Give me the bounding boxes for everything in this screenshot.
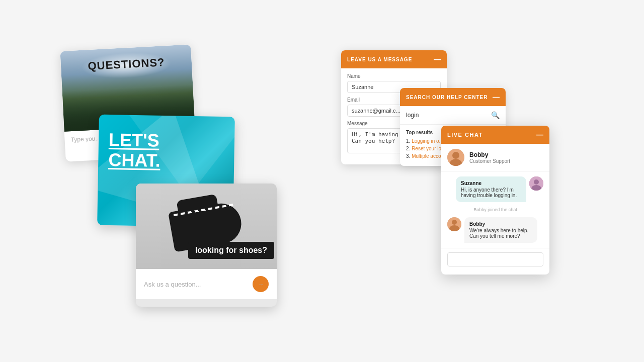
user-avatar [529,176,543,191]
card-shoes: looking for shoes? Ask us a question... … [136,184,277,307]
agent-role: Customer Support [469,158,510,164]
widget-search-minimize[interactable]: — [493,93,500,101]
search-input[interactable] [406,112,488,119]
chat-messages: Suzanne Hi, is anyone there? I'm having … [441,171,549,248]
live-chat-header: LIVE CHAT — [441,126,549,144]
live-chat-input[interactable] [447,252,543,266]
svg-point-4 [534,179,539,185]
live-chat-minimize[interactable]: — [536,131,543,139]
shoes-input-area[interactable]: Ask us a question... → [136,269,277,299]
result-text-1: Logging in o... [412,138,443,144]
widget-search-title: SEARCH OUR HELP CENTER [406,95,488,100]
agent-info: Bobby Customer Support [441,144,549,171]
agent-msg-avatar-svg [447,217,461,231]
chat-line1: LET'S [109,129,159,151]
system-message-text: Bobby joined the chat [473,207,517,212]
looking-label: looking for shoes? [188,242,274,259]
user-avatar-svg [529,176,543,191]
agent-avatar-svg [447,149,464,166]
svg-point-1 [452,152,459,159]
system-message: Bobby joined the chat [447,207,543,212]
result-num-2: 2. [406,146,412,151]
user-name: Suzanne [461,180,521,186]
bottom-spacer [441,270,549,275]
widget-message-title: LEAVE US A MESSAGE [347,57,412,62]
widget-message-header: LEAVE US A MESSAGE — [341,50,447,68]
widget-search-header: SEARCH OUR HELP CENTER — [400,88,506,106]
result-num-3: 3. [406,153,412,159]
agent-message-avatar [447,217,461,231]
lets-chat-text: LET'S CHAT. [108,130,161,170]
result-text-3: Multiple acco... [412,153,445,159]
send-button[interactable]: → [253,276,269,292]
live-chat-input-area[interactable] [441,248,549,270]
user-message-text: Hi, is anyone there? I'm having trouble … [461,187,517,198]
search-icon: 🔍 [491,111,500,119]
questions-input-placeholder: Type you... [70,135,100,143]
widget-message-minimize[interactable]: — [434,55,441,63]
agent-message-text: We're always here to help. Can you tell … [469,228,528,239]
search-input-row[interactable]: 🔍 [400,106,506,125]
live-chat-title: LIVE CHAT [447,132,483,138]
agent-name: Bobby [469,151,510,158]
agent-details: Bobby Customer Support [469,151,510,164]
name-label: Name [347,73,441,79]
widget-live-chat: LIVE CHAT — Bobby Customer Support Suzan… [441,126,549,275]
shoes-input-placeholder: Ask us a question... [144,281,201,288]
send-icon: → [258,281,264,288]
user-bubble: Suzanne Hi, is anyone there? I'm having … [456,176,526,202]
agent-msg-name: Bobby [469,221,532,227]
agent-bubble: Bobby We're always here to help. Can you… [464,217,537,243]
result-text-2: Reset your lo... [412,146,445,151]
agent-avatar [447,149,464,166]
chat-line2: CHAT. [108,149,160,171]
svg-point-7 [452,220,457,225]
result-num-1: 1. [406,138,412,144]
message-user-suzanne: Suzanne Hi, is anyone there? I'm having … [447,176,543,202]
shoe-image: looking for shoes? [136,184,277,269]
looking-label-text: looking for shoes? [195,246,267,254]
message-agent-bobby: Bobby We're always here to help. Can you… [447,217,543,243]
